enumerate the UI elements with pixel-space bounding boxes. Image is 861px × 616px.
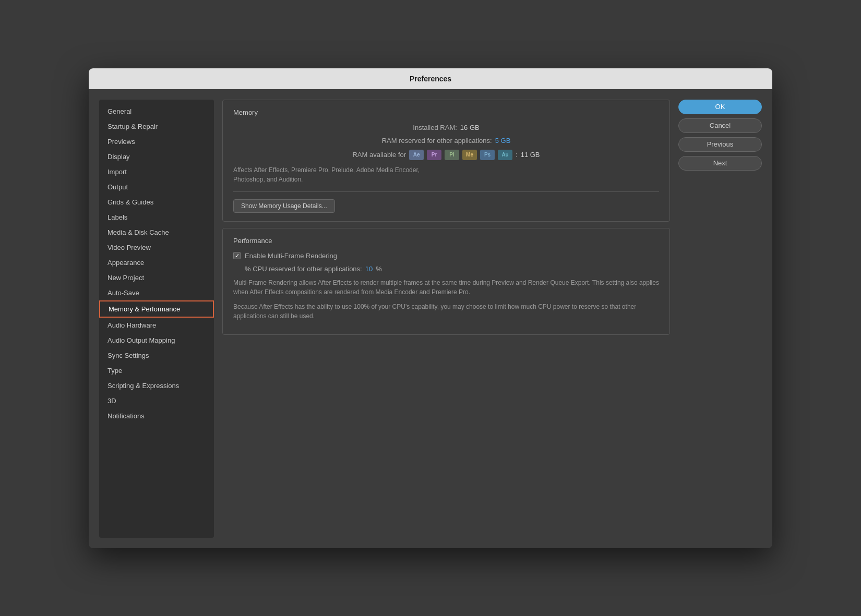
sidebar-item-import[interactable]: Import [99, 164, 214, 179]
sidebar-item-grids-guides[interactable]: Grids & Guides [99, 195, 214, 210]
badge-me: Me [462, 150, 477, 160]
perf-desc-2: Because After Effects has the ability to… [233, 302, 659, 321]
sidebar-item-audio-output-mapping[interactable]: Audio Output Mapping [99, 333, 214, 348]
ok-button[interactable]: OK [678, 100, 762, 114]
badge-ps: Ps [480, 150, 495, 160]
sidebar-item-display[interactable]: Display [99, 149, 214, 164]
ram-available-label: RAM available for [352, 151, 406, 159]
badge-pr: Pr [427, 150, 441, 160]
sidebar-item-video-preview[interactable]: Video Preview [99, 240, 214, 255]
installed-ram-row: Installed RAM: 16 GB [233, 124, 659, 131]
sidebar-item-labels[interactable]: Labels [99, 210, 214, 225]
content-area: Memory Installed RAM: 16 GB RAM reserved… [222, 100, 670, 538]
sidebar-item-3d[interactable]: 3D [99, 393, 214, 408]
sidebar-item-previews[interactable]: Previews [99, 134, 214, 149]
performance-section: Performance Enable Multi-Frame Rendering… [222, 228, 670, 335]
enable-mfr-checkbox[interactable] [233, 252, 241, 259]
badge-ae: Ae [409, 150, 424, 160]
sidebar-item-output[interactable]: Output [99, 179, 214, 195]
dialog-body: GeneralStartup & RepairPreviewsDisplayIm… [89, 89, 772, 548]
ram-reserved-value: 5 GB [495, 137, 511, 144]
show-memory-btn[interactable]: Show Memory Usage Details... [233, 199, 335, 213]
sidebar-item-new-project[interactable]: New Project [99, 270, 214, 285]
memory-section: Memory Installed RAM: 16 GB RAM reserved… [222, 100, 670, 222]
sidebar-item-general[interactable]: General [99, 104, 214, 119]
sidebar-item-type[interactable]: Type [99, 363, 214, 378]
cpu-reserved-row: % CPU reserved for other applications: 1… [233, 265, 659, 273]
badge-au: Au [498, 150, 512, 160]
title-bar: Preferences [89, 68, 772, 89]
perf-desc-1: Multi-Frame Rendering allows After Effec… [233, 278, 659, 297]
ram-reserved-label: RAM reserved for other applications: [382, 137, 492, 144]
sidebar-item-notifications[interactable]: Notifications [99, 408, 214, 424]
installed-ram-label: Installed RAM: [413, 124, 457, 131]
sidebar-item-memory-performance[interactable]: Memory & Performance [99, 300, 214, 318]
badge-pl: Pl [445, 150, 459, 160]
sidebar-item-startup-repair[interactable]: Startup & Repair [99, 119, 214, 134]
sidebar-item-media-disk-cache[interactable]: Media & Disk Cache [99, 225, 214, 240]
main-content: Memory Installed RAM: 16 GB RAM reserved… [222, 100, 670, 538]
performance-section-title: Performance [233, 237, 659, 245]
memory-divider [233, 191, 659, 192]
ram-available-value: 11 GB [521, 151, 540, 159]
cancel-button[interactable]: Cancel [678, 118, 762, 133]
sidebar: GeneralStartup & RepairPreviewsDisplayIm… [99, 100, 214, 538]
enable-mfr-row: Enable Multi-Frame Rendering [233, 252, 659, 260]
affect-text: Affects After Effects, Premiere Pro, Pre… [233, 165, 659, 184]
sidebar-item-scripting-expressions[interactable]: Scripting & Expressions [99, 378, 214, 393]
sidebar-item-auto-save[interactable]: Auto-Save [99, 285, 214, 300]
ram-reserved-row: RAM reserved for other applications: 5 G… [233, 137, 659, 144]
next-button[interactable]: Next [678, 156, 762, 171]
memory-section-title: Memory [233, 108, 659, 116]
dialog-title: Preferences [410, 75, 451, 83]
sidebar-item-sync-settings[interactable]: Sync Settings [99, 348, 214, 363]
installed-ram-value: 16 GB [460, 124, 480, 131]
ram-available-row: RAM available for Ae Pr Pl Me Ps Au : 11… [233, 150, 659, 160]
sidebar-item-audio-hardware[interactable]: Audio Hardware [99, 318, 214, 333]
preferences-dialog: Preferences GeneralStartup & RepairPrevi… [89, 68, 772, 548]
ram-colon: : [516, 151, 518, 159]
enable-mfr-label: Enable Multi-Frame Rendering [245, 252, 337, 260]
right-panel: OK Cancel Previous Next [678, 100, 762, 538]
cpu-reserved-value: 10 [365, 265, 373, 273]
cpu-reserved-label: % CPU reserved for other applications: [245, 265, 362, 273]
cpu-reserved-unit: % [376, 265, 382, 273]
previous-button[interactable]: Previous [678, 137, 762, 152]
sidebar-item-appearance[interactable]: Appearance [99, 255, 214, 270]
